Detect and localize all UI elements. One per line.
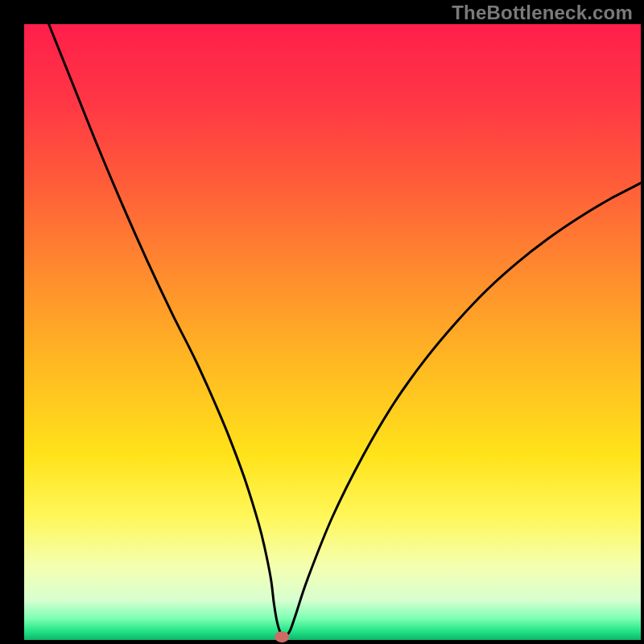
plot-area — [24, 24, 641, 640]
watermark-text: TheBottleneck.com — [452, 2, 633, 24]
bottleneck-chart — [0, 0, 644, 644]
chart-frame: TheBottleneck.com — [0, 0, 644, 644]
optimal-point-marker — [275, 631, 289, 642]
